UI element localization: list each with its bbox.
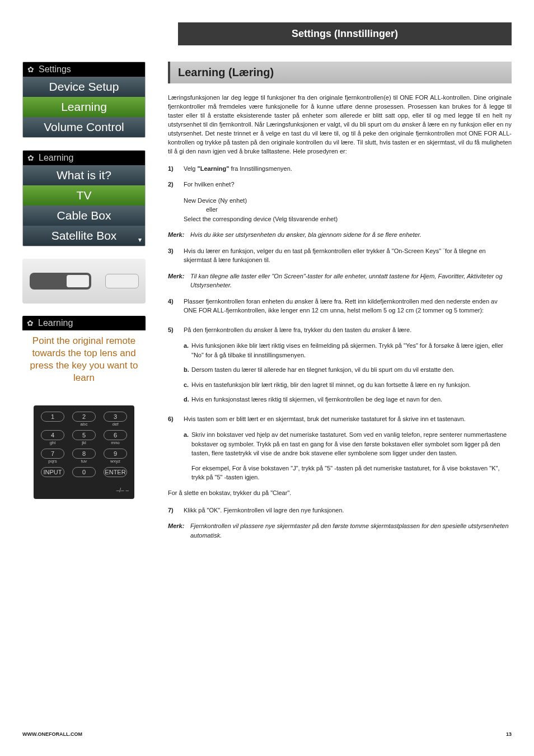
section-title: Learning (Læring) (178, 66, 504, 79)
step-6: 6) Hvis tasten som er blitt lært er en s… (168, 414, 512, 424)
key-button: INPUT (41, 467, 64, 477)
keypad-key: 8tuv (71, 448, 97, 464)
screenshot-learning-prompt: ✿ Learning Point the original remote tow… (22, 316, 146, 389)
note-2: Merk: Til kan tilegne alle taster eller … (168, 272, 512, 290)
menu-item-cable-box: Cable Box (23, 206, 145, 226)
page-footer: WWW.ONEFORALL.COM 13 (22, 731, 512, 737)
menu-item-learning: Learning (23, 97, 145, 117)
screen-header: ✿ Settings (23, 62, 145, 77)
keypad-key: 3def (102, 411, 129, 427)
screen-title: Settings (39, 64, 71, 74)
sidebar: ✿ Settings Device Setup Learning Volume … (22, 62, 146, 547)
menu-item-satellite-box: Satellite Box ▾ (23, 226, 145, 246)
screen-header: ✿ Learning (22, 316, 146, 330)
learning-prompt-text: Point the original remote towards the to… (22, 330, 146, 389)
key-sublabel: tuv (71, 459, 97, 464)
gear-icon: ✿ (27, 319, 34, 328)
step-5: 5) På den fjernkontrollen du ønsker å læ… (168, 325, 512, 335)
keypad-key: 5jkl (71, 430, 97, 446)
key-sublabel: wxyz (102, 459, 129, 464)
remote-pairing-illustration (22, 259, 146, 304)
screen-header: ✿ Learning (23, 151, 145, 165)
keypad-key: 4ghi (39, 430, 66, 446)
key-button: 9 (104, 449, 127, 459)
step-3: 3) Hvis du lærer en funksjon, velger du … (168, 246, 512, 265)
key-button: ENTER (104, 467, 127, 477)
footer-url: WWW.ONEFORALL.COM (22, 731, 82, 737)
main-content: Learning (Læring) Læringsfunksjonen lar … (168, 62, 512, 547)
key-button: 3 (104, 412, 127, 422)
keypad-key: ENTER (102, 466, 129, 483)
keypad-key: 0 (71, 466, 97, 483)
step-2: 2) For hvilken enhet? (168, 180, 512, 189)
key-button: 8 (72, 449, 96, 459)
step-5-sublist: a.Hvis funksjonen ikke blir lært riktig … (184, 341, 512, 404)
one-for-all-remote-icon (30, 273, 91, 290)
original-remote-icon (105, 274, 139, 288)
keypad-key: 1 (39, 411, 66, 427)
step-4: 4) Plasser fjernkontrollen foran enheten… (168, 297, 512, 315)
key-button: 5 (72, 430, 96, 440)
note-1: Merk: Hvis du ikke ser utstyrsenheten du… (168, 230, 512, 240)
screen-title: Learning (39, 153, 73, 163)
key-sublabel: pqrs (39, 459, 66, 464)
key-sublabel (102, 477, 129, 483)
key-button: 0 (72, 467, 96, 477)
key-sublabel: mno (102, 440, 129, 446)
menu-item-volume-control: Volume Control (23, 117, 145, 137)
gear-icon: ✿ (27, 65, 34, 74)
key-sublabel: ghi (39, 440, 66, 446)
screen-title: Learning (38, 318, 73, 328)
menu-item-what-is-it: What is it? (23, 165, 145, 185)
keypad-key: INPUT (39, 466, 66, 483)
keypad-bar: –/– – (39, 485, 129, 493)
key-button: 6 (104, 430, 127, 440)
key-sublabel (39, 422, 66, 427)
page-tab-header: Settings (Innstillinger) (178, 22, 512, 45)
key-button: 7 (41, 449, 64, 459)
page-tab-label: Settings (Innstillinger) (292, 28, 398, 40)
menu-item-device-setup: Device Setup (23, 77, 145, 97)
page-number: 13 (506, 731, 512, 737)
key-button: 1 (41, 412, 64, 422)
key-button: 4 (41, 430, 64, 440)
screenshot-learning-menu: ✿ Learning What is it? TV Cable Box Sate… (22, 150, 146, 246)
step-1: 1) Velg "Learning" fra Innstillingsmenye… (168, 164, 512, 174)
key-sublabel (39, 477, 66, 483)
key-sublabel: abc (71, 422, 97, 427)
keypad-key: 9wxyz (102, 448, 129, 464)
key-sublabel (71, 477, 97, 483)
key-sublabel: def (102, 422, 129, 427)
clear-note: For å slette en bokstav, trykker du på "… (168, 489, 512, 498)
keypad-key: 7pqrs (39, 448, 66, 464)
section-title-bar: Learning (Læring) (168, 62, 512, 83)
intro-paragraph: Læringsfunksjonen lar deg legge til funk… (168, 94, 512, 156)
step-2-options: New Device (Ny enhet) eller Select the c… (184, 196, 512, 224)
menu-item-tv: TV (23, 185, 145, 206)
key-button: 2 (72, 412, 96, 422)
screenshot-settings-menu: ✿ Settings Device Setup Learning Volume … (22, 62, 146, 138)
step-7: 7) Klikk på "OK". Fjernkontrollen vil la… (168, 506, 512, 515)
numeric-keypad-illustration: 12abc3def4ghi5jkl6mno7pqrs8tuv9wxyzINPUT… (34, 405, 134, 499)
chevron-down-icon: ▾ (138, 236, 142, 244)
keypad-key: 6mno (102, 430, 129, 446)
key-sublabel: jkl (71, 440, 97, 446)
step-6-sublist: a.Skriv inn bokstaver ved hjelp av det n… (184, 430, 512, 482)
note-3: Merk: Fjernkontrollen vil plassere nye s… (168, 521, 512, 540)
gear-icon: ✿ (27, 153, 34, 162)
keypad-key: 2abc (71, 411, 97, 427)
